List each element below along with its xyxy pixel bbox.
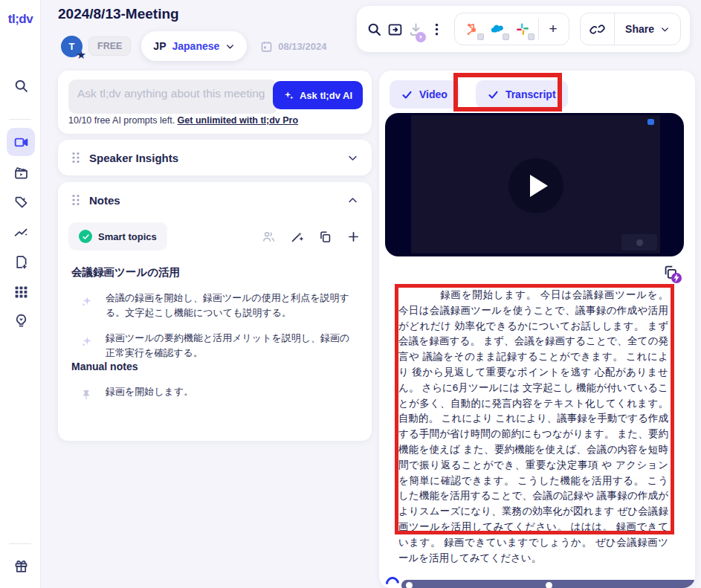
smart-topics-toggle[interactable]: Smart topics (68, 222, 167, 251)
notes-card: Notes Smart topics 会議録画ツールの活用 会議の録画を開始し、… (58, 182, 372, 441)
manual-note-text: 録画を開始します。 (106, 384, 193, 401)
download-button[interactable] (408, 17, 424, 41)
copy-transcript-button[interactable] (662, 264, 680, 282)
smart-topic-heading: 会議録画ツールの活用 (71, 265, 180, 280)
search-icon (13, 78, 29, 94)
document-plus-icon (13, 254, 29, 270)
sidebar-item-highlights[interactable] (7, 188, 35, 216)
tab-transcript-label: Transcript (505, 88, 556, 100)
share-label: Share (625, 23, 654, 35)
chevron-up-icon[interactable] (347, 195, 358, 206)
clips-icon (13, 165, 29, 181)
sidebar-item-clips[interactable] (7, 158, 35, 187)
hubspot-integration-button[interactable] (459, 16, 485, 42)
ai-rewrite-button[interactable] (288, 228, 305, 245)
chevron-down-icon[interactable] (347, 152, 358, 164)
video-frame (411, 115, 660, 253)
meeting-date: 08/13/2024 (260, 40, 326, 53)
drag-handle-icon[interactable] (71, 152, 80, 164)
copy-notes-button[interactable] (317, 228, 333, 245)
apps-grid-icon (13, 284, 29, 300)
video-camera-icon (13, 135, 29, 150)
pip-thumbnail[interactable] (621, 234, 657, 251)
language-selector[interactable]: JP Japanese (141, 31, 247, 61)
transcript-text[interactable]: 録画を開始します。 今日は会議録画ツールを。 今日は会議録画ツールを使うことで、… (398, 288, 668, 566)
sidebar-item-rewards[interactable] (7, 552, 35, 580)
tab-transcript[interactable]: Transcript (476, 80, 568, 109)
sidebar-item-meetings[interactable] (7, 128, 35, 156)
salesforce-integration-button[interactable] (485, 16, 510, 42)
ai-sparkle-icon (80, 291, 95, 320)
pro-lightning-badge (671, 273, 682, 283)
upgrade-link[interactable]: Get unlimited with tl;dv Pro (178, 115, 299, 126)
sidebar-item-analytics[interactable] (7, 218, 35, 246)
notes-toolbar: Smart topics (68, 222, 361, 251)
check-icon (401, 89, 413, 100)
calendar-icon (260, 40, 273, 53)
tab-video[interactable]: Video (390, 80, 459, 109)
add-note-button[interactable] (345, 228, 361, 245)
check-icon (488, 89, 499, 100)
meeting-toolbar: + Share (357, 6, 690, 52)
sidebar-item-search[interactable] (7, 71, 35, 100)
sidebar-divider-bottom (9, 543, 31, 544)
page-title: 2024/8/13-Meeting (58, 6, 179, 22)
prompts-remaining: 10/10 free AI prompts left. Get unlimite… (68, 115, 298, 126)
integration-divider (538, 19, 539, 39)
avatar[interactable]: T ★ (61, 36, 83, 57)
progress-marker[interactable] (546, 582, 552, 588)
ask-ai-panel: Ask tl;dv AI 10/10 free AI prompts left.… (58, 71, 372, 134)
language-name: Japanese (172, 40, 219, 52)
prompts-left-text: 10/10 free AI prompts left. (68, 115, 178, 126)
ask-ai-button[interactable]: Ask tl;dv AI (273, 81, 363, 109)
lightbulb-icon (13, 313, 29, 329)
speaker-insights-header[interactable]: Speaker Insights (58, 140, 372, 175)
ask-ai-input[interactable] (68, 80, 278, 114)
play-icon (530, 175, 548, 197)
notes-header[interactable]: Notes (58, 182, 372, 218)
upgrade-lock-badge (416, 32, 426, 42)
tag-sparkle-icon (13, 195, 29, 210)
link-icon (589, 22, 605, 37)
sidebar-item-ideas[interactable] (7, 306, 35, 335)
play-button[interactable] (508, 158, 563, 213)
sidebar-divider (9, 119, 31, 120)
copy-link-button[interactable] (581, 13, 615, 45)
video-progress-bar[interactable] (401, 580, 695, 588)
slack-integration-button[interactable] (510, 16, 535, 42)
assign-people-button[interactable] (260, 228, 277, 245)
speaker-insights-card: Speaker Insights (58, 140, 372, 175)
notes-title: Notes (89, 194, 347, 207)
manual-note-item[interactable]: 録画を開始します。 (80, 384, 357, 401)
pip-avatar (636, 239, 643, 246)
speaker-insights-title: Speaker Insights (89, 152, 347, 164)
check-circle-icon (79, 230, 92, 243)
video-player[interactable] (385, 113, 684, 256)
search-in-meeting-button[interactable] (366, 17, 382, 41)
pin-icon (80, 384, 95, 401)
ai-note-text: 会議の録画を開始し、録画ツールの使用と利点を説明する。文字起こし機能についても説… (106, 291, 357, 320)
ai-note-item[interactable]: 録画ツールの要約機能と活用メリットを説明し、録画の正常実行を確認する。 (80, 331, 357, 361)
move-to-folder-button[interactable] (387, 17, 403, 41)
chevron-down-icon (225, 42, 235, 51)
camera-indicator-icon (647, 119, 654, 125)
plan-badge: FREE (88, 36, 131, 56)
chevron-down-icon (660, 25, 670, 34)
more-options-button[interactable] (429, 17, 445, 41)
language-code: JP (153, 40, 166, 52)
trend-chart-icon (13, 224, 29, 240)
manual-notes-heading: Manual notes (71, 361, 138, 372)
ai-note-item[interactable]: 会議の録画を開始し、録画ツールの使用と利点を説明する。文字起こし機能についても説… (80, 291, 357, 320)
drag-handle-icon[interactable] (71, 194, 80, 206)
sync-spinner-icon (383, 574, 401, 588)
add-integration-button[interactable]: + (542, 18, 564, 40)
integration-status-chip (503, 33, 509, 40)
integration-status-chip (477, 33, 484, 40)
media-tabs: Video Transcript (390, 80, 568, 109)
sidebar-item-templates[interactable] (7, 248, 35, 276)
ask-ai-label: Ask tl;dv AI (300, 90, 352, 101)
progress-marker[interactable] (406, 582, 413, 588)
sidebar-item-apps[interactable] (7, 277, 35, 306)
date-text: 08/13/2024 (278, 41, 326, 52)
share-button[interactable]: Share (615, 23, 680, 35)
